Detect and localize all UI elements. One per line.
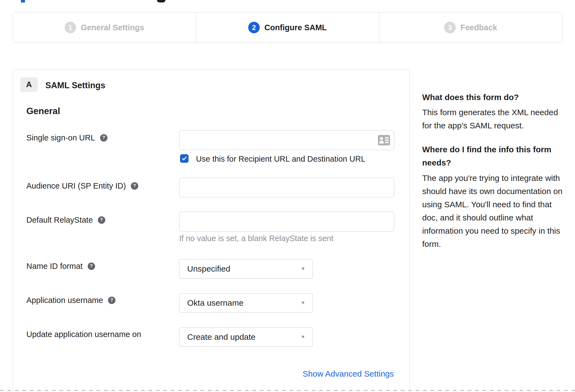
application-username-label-text: Application username — [26, 296, 103, 305]
default-relaystate-field — [179, 212, 394, 231]
section-a-badge: A — [20, 77, 38, 92]
show-advanced-settings-link[interactable]: Show Advanced Settings — [303, 369, 394, 379]
step-feedback[interactable]: 3 Feedback — [379, 12, 562, 43]
dropdown-arrow-icon: ▼ — [301, 266, 313, 272]
application-username-value: Okta username — [179, 298, 301, 308]
single-sign-on-url-field — [179, 130, 394, 150]
single-sign-on-url-input[interactable] — [179, 131, 378, 150]
application-username-select[interactable]: Okta username ▼ — [179, 293, 313, 313]
default-relaystate-label: Default RelayState ? — [26, 215, 105, 225]
help-icon[interactable]: ? — [108, 297, 115, 304]
help-icon[interactable]: ? — [131, 182, 138, 190]
audience-uri-input[interactable] — [179, 178, 394, 197]
step-configure-saml[interactable]: 2 Configure SAML — [196, 12, 379, 43]
step-3-label: Feedback — [460, 23, 497, 32]
dropdown-arrow-icon: ▼ — [301, 300, 313, 306]
default-relaystate-label-text: Default RelayState — [26, 215, 93, 225]
name-id-format-select[interactable]: Unspecified ▼ — [179, 259, 313, 278]
update-application-username-value: Create and update — [179, 332, 301, 342]
use-for-recipient-url-checkbox-label[interactable]: Use this for Recipient URL and Destinati… — [196, 154, 365, 164]
name-id-format-label: Name ID format ? — [26, 261, 95, 271]
step-1-number-badge: 1 — [65, 22, 76, 33]
step-1-label: General Settings — [81, 23, 144, 32]
name-id-format-value: Unspecified — [179, 264, 301, 274]
help-icon[interactable]: ? — [98, 216, 105, 224]
default-relaystate-input[interactable] — [179, 212, 394, 231]
sidebar-paragraph-what: This form generates the XML needed for t… — [422, 106, 558, 132]
update-application-username-select[interactable]: Create and update ▼ — [179, 327, 313, 347]
clipped-logo-fragment — [21, 0, 25, 2]
single-sign-on-url-label-text: Single sign-on URL — [26, 133, 95, 142]
step-3-number-badge: 3 — [444, 22, 456, 33]
sidebar-paragraph-where: The app you're trying to integrate with … — [422, 172, 562, 251]
wizard-stepper: 1 General Settings 2 Configure SAML 3 Fe… — [13, 12, 562, 43]
clipped-header-icon — [157, 0, 165, 2]
dropdown-arrow-icon: ▼ — [301, 334, 313, 340]
help-icon[interactable]: ? — [100, 134, 107, 142]
sidebar-heading-where: Where do I find the info this form needs… — [422, 143, 551, 169]
configure-saml-page: 1 General Settings 2 Configure SAML 3 Fe… — [0, 0, 575, 392]
application-username-label: Application username ? — [26, 296, 115, 305]
relaystate-hint-text: If no value is set, a blank RelayState i… — [179, 234, 333, 243]
use-for-recipient-url-checkbox[interactable] — [180, 154, 189, 163]
saml-settings-panel: A SAML Settings General Single sign-on U… — [13, 69, 410, 392]
screenshot-cut-line — [0, 390, 575, 391]
audience-uri-label: Audience URI (SP Entity ID) ? — [26, 181, 138, 191]
audience-uri-label-text: Audience URI (SP Entity ID) — [26, 181, 126, 191]
update-application-username-label: Update application username on — [26, 330, 141, 339]
update-application-username-label-text: Update application username on — [26, 330, 141, 339]
name-id-format-label-text: Name ID format — [26, 261, 83, 271]
audience-uri-field — [179, 178, 394, 197]
step-2-label: Configure SAML — [264, 23, 327, 32]
contact-card-icon[interactable] — [378, 135, 390, 145]
panel-title: SAML Settings — [45, 81, 105, 90]
step-2-number-badge: 2 — [248, 22, 260, 33]
sidebar-heading-what: What does this form do? — [422, 91, 519, 104]
checkmark-icon — [181, 156, 187, 161]
step-general-settings[interactable]: 1 General Settings — [13, 12, 196, 43]
help-icon[interactable]: ? — [88, 263, 95, 270]
general-section-heading: General — [26, 106, 60, 116]
single-sign-on-url-label: Single sign-on URL ? — [26, 133, 107, 142]
